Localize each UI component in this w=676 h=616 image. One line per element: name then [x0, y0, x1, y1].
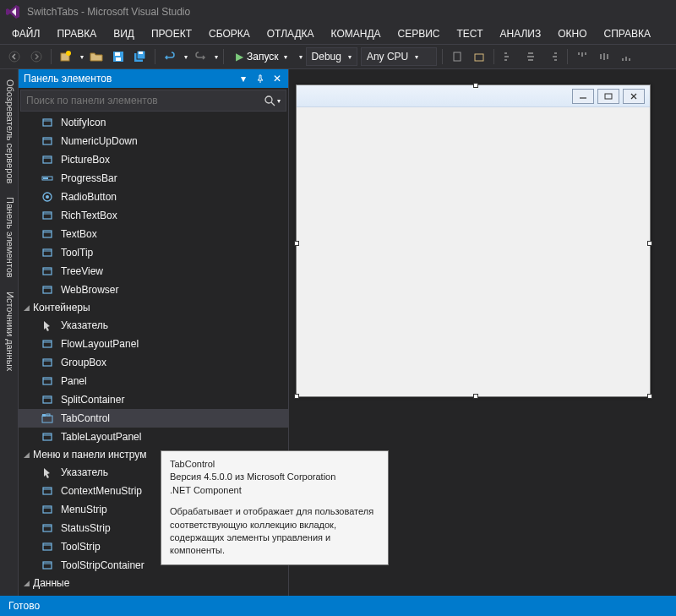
svg-rect-17: [43, 177, 48, 179]
resize-handle[interactable]: [473, 83, 478, 88]
menu-сервис[interactable]: СЕРВИС: [391, 25, 447, 42]
menu-отладка[interactable]: ОТЛАДКА: [260, 25, 321, 42]
control-icon: [41, 503, 54, 516]
toolbox-item[interactable]: PictureBox: [19, 150, 288, 169]
svg-rect-23: [43, 268, 52, 275]
tooltip-version: Версия 4.5.0.0 из Microsoft Corporation: [170, 471, 379, 483]
resize-handle[interactable]: [647, 394, 652, 399]
menu-правка[interactable]: ПРАВКА: [50, 25, 103, 42]
redo-button[interactable]: [191, 47, 210, 66]
svg-rect-24: [43, 286, 52, 293]
svg-point-3: [66, 51, 71, 56]
menu-вид[interactable]: ВИД: [106, 25, 141, 42]
toolbox-item[interactable]: TabControl: [19, 409, 288, 428]
svg-rect-27: [43, 378, 52, 384]
save-all-button[interactable]: [131, 47, 150, 66]
toolbox-item[interactable]: NotifyIcon: [19, 113, 288, 132]
form-body[interactable]: [297, 107, 650, 396]
toolbox-item-label: ToolTip: [61, 247, 93, 259]
resize-handle[interactable]: [294, 394, 299, 399]
sidetab[interactable]: Источники данных: [0, 285, 18, 378]
close-icon[interactable]: ✕: [271, 73, 283, 84]
align-button[interactable]: [617, 47, 635, 66]
align-button[interactable]: [499, 47, 518, 66]
window-title: SwitchTabs - Microsoft Visual Studio: [27, 6, 190, 18]
dropdown-icon[interactable]: ▾: [237, 73, 249, 84]
svg-rect-14: [43, 138, 52, 144]
dropdown-chevron-icon[interactable]: ▾: [215, 53, 218, 61]
nav-fwd-button[interactable]: [27, 47, 46, 66]
resize-handle[interactable]: [294, 241, 299, 246]
control-icon: [41, 264, 54, 278]
sidetab[interactable]: Панель элементов: [0, 190, 18, 285]
svg-point-12: [265, 96, 272, 103]
toolbox-item[interactable]: FlowLayoutPanel: [19, 335, 288, 353]
menu-команда[interactable]: КОМАНДА: [324, 25, 388, 42]
save-button[interactable]: [109, 47, 128, 66]
toolbox-item[interactable]: GroupBox: [19, 353, 288, 372]
menu-тест[interactable]: ТЕСТ: [450, 25, 490, 42]
toolbox-item[interactable]: ProgressBar: [19, 169, 288, 188]
svg-rect-28: [43, 396, 52, 403]
svg-rect-9: [139, 52, 143, 54]
control-icon: [41, 484, 54, 498]
control-icon: [41, 283, 54, 297]
dropdown-chevron-icon[interactable]: ▾: [184, 53, 188, 61]
separator: [223, 49, 224, 64]
start-debug-button[interactable]: ▶Запуск▾: [229, 47, 294, 66]
align-button[interactable]: [543, 47, 562, 66]
undo-button[interactable]: [161, 47, 179, 66]
toolbox-item[interactable]: Указатель: [19, 316, 288, 335]
status-text: Готово: [8, 600, 40, 612]
toolbox-item[interactable]: WebBrowser: [19, 281, 288, 299]
align-button[interactable]: [595, 47, 613, 66]
toolbox-category[interactable]: ◢Данные: [19, 575, 288, 591]
pin-icon[interactable]: [254, 73, 266, 84]
nav-back-button[interactable]: [5, 47, 24, 66]
toolbox-item[interactable]: TableLayoutPanel: [19, 428, 288, 446]
toolbox-item[interactable]: Panel: [19, 372, 288, 390]
new-project-button[interactable]: [57, 47, 75, 66]
toolbox-category[interactable]: ◢Контейнеры: [19, 299, 288, 316]
minimize-button[interactable]: [572, 89, 594, 104]
control-icon: [41, 190, 54, 204]
control-icon: [41, 153, 54, 166]
align-button[interactable]: [521, 47, 540, 66]
toolbox-item[interactable]: ToolTip: [19, 243, 288, 262]
toolbox-search[interactable]: ▾: [20, 90, 286, 112]
svg-rect-29: [42, 416, 52, 422]
toolbox-item[interactable]: TreeView: [19, 262, 288, 281]
form-designer[interactable]: [296, 84, 651, 397]
search-input[interactable]: [26, 95, 261, 106]
menu-файл[interactable]: ФАЙЛ: [5, 25, 46, 42]
toolbox-item[interactable]: NumericUpDown: [19, 132, 288, 150]
toolbox-item-label: Указатель: [61, 319, 108, 331]
menu-анализ[interactable]: АНАЛИЗ: [493, 25, 548, 42]
toolbox-item[interactable]: RichTextBox: [19, 206, 288, 225]
toolbox-item-label: ProgressBar: [61, 172, 117, 184]
toolbox-item[interactable]: TextBox: [19, 225, 288, 243]
svg-rect-37: [43, 562, 52, 569]
toolbox-item[interactable]: SplitContainer: [19, 390, 288, 409]
menu-проект[interactable]: ПРОЕКТ: [144, 25, 199, 42]
resize-handle[interactable]: [473, 394, 478, 399]
resize-handle[interactable]: [647, 241, 652, 246]
search-icon[interactable]: [264, 95, 275, 106]
toolbox-item[interactable]: RadioButton: [19, 188, 288, 206]
open-file-button[interactable]: [87, 47, 106, 66]
menu-окно[interactable]: ОКНО: [551, 25, 593, 42]
close-button[interactable]: [623, 89, 645, 104]
control-icon: [41, 412, 54, 425]
menu-справка[interactable]: СПРАВКА: [597, 25, 657, 42]
dropdown-chevron-icon[interactable]: ▾: [299, 53, 303, 61]
tool-button[interactable]: [448, 47, 466, 66]
platform-dropdown[interactable]: Any CPU▾: [361, 47, 437, 66]
dropdown-chevron-icon[interactable]: ▾: [277, 97, 281, 105]
sidetab[interactable]: Обозреватель серверов: [0, 73, 18, 190]
align-button[interactable]: [573, 47, 592, 66]
config-dropdown[interactable]: Debug▾: [306, 47, 357, 66]
maximize-button[interactable]: [597, 89, 619, 104]
dropdown-chevron-icon[interactable]: ▾: [80, 53, 84, 61]
tool-button[interactable]: [470, 47, 488, 66]
menu-сборка[interactable]: СБОРКА: [202, 25, 257, 42]
